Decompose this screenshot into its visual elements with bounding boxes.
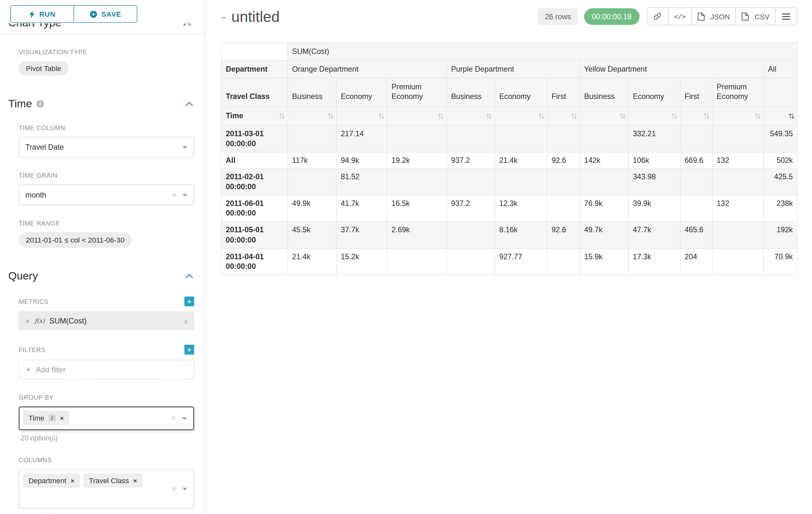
chevron-down-icon: [182, 146, 187, 148]
plus-circle-icon: [90, 10, 97, 18]
subcolumn-header: [763, 78, 797, 107]
clear-icon[interactable]: ×: [172, 485, 176, 493]
hamburger-icon: [782, 13, 790, 20]
pivot-row: 2011-06-01 00:00:0049.9k41.7k16.5k937.21…: [222, 195, 797, 222]
save-button[interactable]: SAVE: [74, 6, 137, 23]
link-icon: [653, 12, 662, 21]
metric-item[interactable]: × ƒ(x) SUM(Cost) ›: [19, 312, 194, 330]
sort-icon[interactable]: [619, 113, 626, 119]
export-csv-button[interactable]: .CSV: [735, 7, 776, 25]
value-cell: 19.2k: [387, 152, 447, 169]
sort-icon[interactable]: [788, 113, 795, 119]
time-section-header[interactable]: Time i: [8, 97, 193, 110]
add-metric-button[interactable]: +: [184, 297, 194, 306]
row-dimension-header[interactable]: Time: [222, 107, 288, 125]
columns-label: COLUMNS: [19, 457, 194, 464]
value-cell: 92.6: [547, 222, 580, 248]
add-filter-label: Add filter: [36, 366, 65, 374]
chevron-down-icon[interactable]: [182, 417, 187, 420]
chart-title[interactable]: -untitled: [221, 8, 280, 25]
run-button[interactable]: RUN: [11, 6, 74, 23]
group-by-tag[interactable]: Time i ×: [23, 411, 69, 425]
value-cell: 927.77: [495, 248, 547, 275]
menu-button[interactable]: [775, 7, 797, 25]
group-by-select[interactable]: Time i × ×: [19, 406, 194, 430]
sort-icon[interactable]: [538, 113, 545, 119]
sort-column-header[interactable]: [447, 107, 495, 125]
value-cell: 15.9k: [580, 248, 629, 275]
columns-tag[interactable]: Travel Class ×: [84, 474, 142, 487]
sort-column-header[interactable]: [629, 107, 680, 125]
sort-icon[interactable]: [571, 113, 577, 119]
sort-icon[interactable]: [671, 113, 678, 119]
columns-select[interactable]: Department × Travel Class × ×: [19, 469, 194, 509]
sort-icon[interactable]: [327, 113, 334, 119]
value-cell: 142k: [580, 152, 629, 169]
value-cell: 76.9k: [580, 195, 629, 222]
remove-tag-icon[interactable]: ×: [70, 477, 75, 484]
time-grain-label: TIME GRAIN: [19, 172, 194, 180]
row-header: 2011-04-01 00:00:00: [222, 248, 288, 275]
value-cell: [712, 222, 763, 248]
chevron-up-icon[interactable]: [185, 101, 193, 106]
filters-label-text: FILTERS: [19, 346, 46, 353]
time-range-value[interactable]: 2011-01-01 ≤ col < 2011-06-30: [19, 232, 132, 248]
sort-column-header[interactable]: [336, 107, 387, 125]
chart-header: -untitled 26 rows 00:00:00.18 </>: [221, 7, 812, 25]
value-cell: [447, 125, 495, 152]
sort-column-header[interactable]: [763, 107, 797, 125]
embed-code-button[interactable]: </>: [668, 7, 692, 25]
clear-icon[interactable]: ×: [171, 414, 176, 423]
copy-link-button[interactable]: [646, 7, 668, 25]
value-cell: [495, 169, 547, 195]
chevron-up-icon[interactable]: [183, 23, 191, 26]
divider: [0, 34, 204, 34]
metric-header-row: SUM(Cost): [222, 43, 797, 60]
query-section-header[interactable]: Query: [8, 270, 193, 282]
sort-column-header[interactable]: [495, 107, 547, 125]
group-header-orange-department: Orange Department: [288, 60, 446, 78]
sort-column-header[interactable]: [387, 107, 447, 125]
sort-icon[interactable]: [486, 113, 492, 119]
value-cell: 238k: [763, 195, 797, 222]
sort-column-header[interactable]: [680, 107, 712, 125]
value-cell: 937.2: [447, 152, 495, 169]
export-json-button[interactable]: .JSON: [691, 7, 736, 25]
sort-icon[interactable]: [378, 113, 385, 119]
chevron-down-icon[interactable]: [182, 488, 187, 490]
file-icon: [742, 12, 749, 21]
export-button-group: </> .JSON .CSV: [646, 7, 797, 25]
add-filter-button[interactable]: + Add filter: [19, 360, 194, 379]
chevron-down-icon: [182, 194, 187, 196]
value-cell: 192k: [763, 222, 797, 248]
value-cell: [580, 169, 629, 195]
columns-tag[interactable]: Department ×: [23, 474, 80, 487]
sort-column-header[interactable]: [547, 107, 580, 125]
value-cell: 21.4k: [495, 152, 547, 169]
pivot-row: 2011-02-01 00:00:0081.52343.98425.5: [222, 169, 797, 195]
time-range-label-text: TIME RANGE: [19, 220, 60, 227]
chevron-right-icon: ›: [184, 316, 187, 326]
chevron-up-icon[interactable]: [185, 273, 193, 278]
value-cell: 37.7k: [336, 222, 387, 248]
remove-tag-icon[interactable]: ×: [60, 414, 64, 422]
sort-icon[interactable]: [437, 113, 444, 119]
clear-icon[interactable]: ×: [172, 191, 176, 199]
visualization-type-value[interactable]: Pivot Table: [19, 61, 68, 76]
add-filter-plus-button[interactable]: +: [184, 345, 194, 355]
subcolumn-header: First: [547, 78, 580, 107]
chart-type-heading: Chart Type: [8, 23, 61, 29]
value-cell: 343.98: [629, 169, 680, 195]
time-column-select[interactable]: Travel Date: [19, 137, 194, 158]
sort-column-header[interactable]: [288, 107, 336, 125]
remove-metric-icon[interactable]: ×: [25, 317, 30, 325]
group-header-all: All: [763, 60, 797, 78]
sort-icon[interactable]: [279, 113, 285, 119]
sort-column-header[interactable]: [580, 107, 629, 125]
sort-icon[interactable]: [703, 113, 710, 119]
remove-tag-icon[interactable]: ×: [133, 477, 137, 484]
sort-column-header[interactable]: [712, 107, 763, 125]
value-cell: [547, 169, 580, 195]
time-grain-select[interactable]: month ×: [19, 184, 194, 205]
sort-icon[interactable]: [755, 113, 761, 119]
